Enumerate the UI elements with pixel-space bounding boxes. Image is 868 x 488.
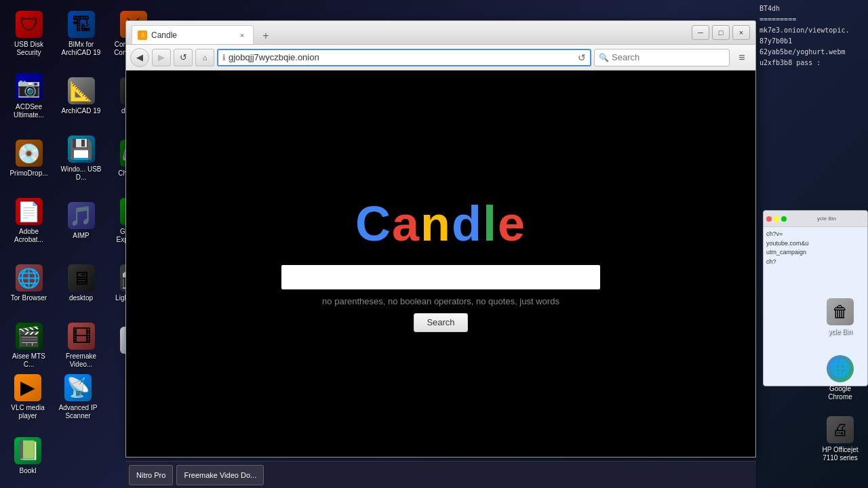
- icon-windows-usb-label: Windo... USB D...: [58, 165, 104, 182]
- icon-acdSee-label: ACDSee Ultimate...: [6, 103, 52, 119]
- icon-hp-officejet-label: HP Officejet 7110 series: [818, 446, 862, 462]
- close-button[interactable]: ×: [732, 25, 750, 40]
- candle-letter-a: a: [392, 197, 420, 251]
- adobe-icon: 📄: [16, 198, 43, 225]
- search-icon: 🔍: [599, 53, 609, 62]
- taskbar-freemake[interactable]: Freemake Video Do...: [176, 465, 264, 485]
- tab-favicon: 🕯: [138, 30, 147, 40]
- chrome-max-dot: [781, 216, 787, 222]
- primo-icon: 💿: [16, 140, 43, 167]
- icon-bimx-label: BIMx for ArchiCAD 19: [58, 41, 104, 57]
- tab-bar: 🕯 Candle × +: [132, 21, 686, 44]
- icon-google-chrome-label: Google Chrome: [818, 385, 862, 401]
- icon-adobe[interactable]: 📄 Adobe Acrobat...: [3, 190, 54, 251]
- menu-button[interactable]: ≡: [732, 49, 751, 66]
- window-controls: ─ □ ×: [692, 25, 750, 40]
- candle-letter-n: n: [420, 197, 452, 251]
- usb-disk-security-icon: 🛡: [16, 11, 43, 38]
- browser-window: 🕯 Candle × + ─ □ × ◀ ▶ ↺ ⌂ ℹ: [125, 20, 756, 458]
- browser-content: Candle no parentheses, no boolean operat…: [126, 70, 755, 457]
- acdSee-icon: 📷: [16, 73, 43, 100]
- chrome-line-2: youtube.com&u: [766, 239, 865, 249]
- icon-windows-usb[interactable]: 💾 Windo... USB D...: [56, 128, 106, 189]
- aimp-icon: 🎵: [68, 202, 95, 229]
- candle-search-button[interactable]: Search: [414, 313, 468, 332]
- taskbar-nitro-pro[interactable]: Nitro Pro: [129, 465, 173, 485]
- icon-primo[interactable]: 💿 PrimoDrop...: [3, 128, 54, 189]
- browser-titlebar: 🕯 Candle × + ─ □ ×: [126, 21, 755, 45]
- freemake-icon: 🎞: [68, 323, 95, 350]
- icon-recycle-bin[interactable]: 🗑 ycle Bin: [816, 288, 865, 346]
- archicad-icon: 📐: [68, 77, 95, 104]
- chrome-mini-toolbar: ycle Bin: [764, 211, 867, 227]
- icon-desktop1[interactable]: 🖥 desktop: [56, 253, 106, 314]
- search-bar[interactable]: 🔍: [594, 49, 730, 66]
- icon-aimp[interactable]: 🎵 AIMP: [56, 190, 106, 251]
- icon-aisee[interactable]: 🎬 Aisee MTS C...: [3, 315, 54, 376]
- icon-aisee-label: Aisee MTS C...: [6, 352, 52, 369]
- back-button[interactable]: ◀: [130, 48, 149, 67]
- icon-bookl[interactable]: 📗 Bookl: [3, 427, 52, 485]
- tor-icon: 🌐: [16, 264, 43, 291]
- icon-advanced-ip[interactable]: 📡 Advanced IP Scanner: [54, 368, 102, 426]
- icon-archicad-label: ArchiCAD 19: [62, 107, 101, 115]
- advanced-ip-icon: 📡: [64, 374, 92, 401]
- icon-usb-disk-security[interactable]: 🛡 USB Disk Security: [3, 3, 54, 64]
- reload-button[interactable]: ↺: [174, 49, 193, 66]
- icon-vlc[interactable]: ▶ VLC media player: [3, 368, 52, 426]
- forward-button[interactable]: ▶: [152, 49, 171, 66]
- icon-tor-label: Tor Browser: [11, 294, 47, 302]
- address-reload-icon[interactable]: ↺: [578, 52, 586, 63]
- google-chrome-icon: 🌐: [827, 355, 854, 382]
- hp-officejet-icon: 🖨: [827, 416, 854, 443]
- icon-adobe-label: Adobe Acrobat...: [6, 228, 52, 244]
- right-text-bt4dh: BT4dh: [760, 3, 865, 14]
- right-panel: BT4dh ========= mk7e3.onion/viewtopic. 8…: [756, 0, 868, 488]
- bottom-left-icons: ▶ VLC media player 📡 Advanced IP Scanner…: [0, 420, 125, 488]
- icon-vlc-label: VLC media player: [6, 404, 50, 420]
- icon-archicad[interactable]: 📐 ArchiCAD 19: [56, 66, 106, 127]
- candle-logo: Candle: [355, 196, 526, 251]
- browser-tab-candle[interactable]: 🕯 Candle ×: [132, 25, 254, 44]
- aisee-icon: 🎬: [16, 323, 43, 350]
- bookl-icon: 📗: [14, 437, 41, 464]
- candle-letter-e: e: [498, 197, 526, 251]
- bottom-right-icons: 🗑 ycle Bin 🌐 Google Chrome 🖨 HP Officeje…: [816, 288, 865, 468]
- right-text-sep: =========: [760, 14, 865, 25]
- tab-title: Candle: [151, 30, 233, 40]
- chrome-line-1: ch?v=: [766, 230, 865, 239]
- right-text-pass: u2xfb3b8 pass :: [760, 58, 865, 68]
- home-button[interactable]: ⌂: [195, 49, 214, 66]
- maximize-button[interactable]: □: [712, 25, 730, 40]
- icon-tor[interactable]: 🌐 Tor Browser: [3, 253, 54, 314]
- icon-hp-officejet[interactable]: 🖨 HP Officejet 7110 series: [816, 410, 865, 468]
- taskbar: Nitro Pro Freemake Video Do...: [125, 461, 756, 488]
- icon-aimp-label: AIMP: [73, 232, 89, 240]
- new-tab-button[interactable]: +: [256, 28, 275, 44]
- address-input[interactable]: [229, 52, 575, 62]
- icon-recycle-bin-label: ycle Bin: [828, 328, 852, 336]
- icon-advanced-ip-label: Advanced IP Scanner: [56, 404, 100, 420]
- vlc-icon: ▶: [14, 374, 41, 401]
- minimize-button[interactable]: ─: [692, 25, 709, 40]
- icon-freemake[interactable]: 🎞 Freemake Video...: [56, 315, 106, 376]
- windows-usb-icon: 💾: [68, 136, 95, 163]
- search-input[interactable]: [612, 52, 726, 62]
- chrome-mini-content: ch?v= youtube.com&u utm_campaign ch?: [764, 227, 867, 269]
- browser-navbar: ◀ ▶ ↺ ⌂ ℹ ↺ 🔍 ≡: [126, 45, 755, 70]
- recycle-bin-icon: 🗑: [827, 298, 854, 325]
- icon-bimx[interactable]: 🏗 BIMx for ArchiCAD 19: [56, 3, 106, 64]
- candle-search-input[interactable]: [281, 265, 600, 289]
- address-bar[interactable]: ℹ ↺: [217, 49, 591, 66]
- chrome-line-3: utm_campaign: [766, 248, 865, 258]
- back-icon: ◀: [136, 52, 143, 62]
- lock-icon: ℹ: [222, 53, 226, 62]
- chrome-line-5: ch?: [766, 258, 865, 267]
- tab-close-button[interactable]: ×: [237, 30, 248, 41]
- icon-desktop1-label: desktop: [69, 294, 93, 302]
- right-text-hash1: 87y7b0b1: [760, 36, 865, 47]
- icon-google-chrome[interactable]: 🌐 Google Chrome: [816, 349, 865, 407]
- icon-acdSee[interactable]: 📷 ACDSee Ultimate...: [3, 66, 54, 127]
- chrome-close-dot: [766, 216, 772, 222]
- icon-usb-disk-security-label: USB Disk Security: [6, 41, 52, 57]
